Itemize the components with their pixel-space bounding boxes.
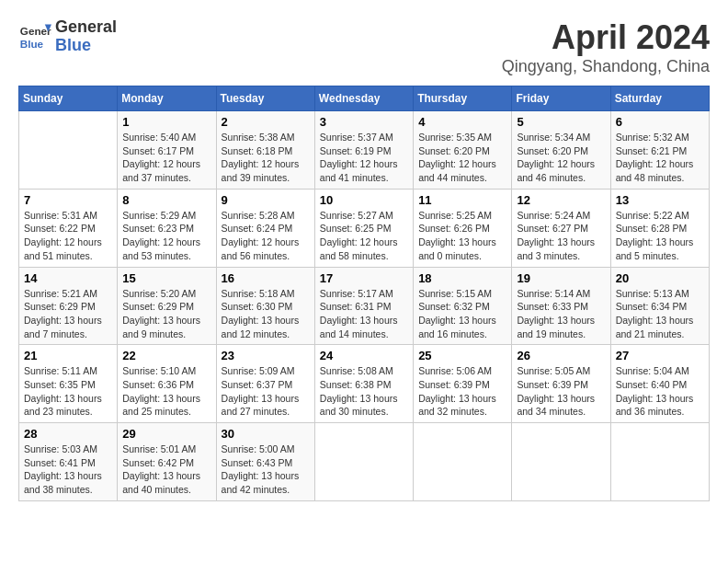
day-number: 22 [122,349,210,362]
calendar-cell: 18Sunrise: 5:15 AMSunset: 6:32 PMDayligh… [414,267,512,345]
weekday-header-thursday: Thursday [414,86,512,111]
calendar-cell: 20Sunrise: 5:13 AMSunset: 6:34 PMDayligh… [610,267,709,345]
day-number: 10 [320,193,408,207]
day-number: 28 [24,427,112,441]
title-area: April 2024 Qingyang, Shandong, China [502,18,710,76]
day-number: 5 [517,115,605,129]
day-info: Sunrise: 5:04 AMSunset: 6:40 PMDaylight:… [616,364,704,419]
calendar-week-1: 7Sunrise: 5:31 AMSunset: 6:22 PMDaylight… [19,189,710,267]
day-info: Sunrise: 5:28 AMSunset: 6:24 PMDaylight:… [222,209,310,263]
day-number: 23 [222,349,310,362]
calendar-cell: 17Sunrise: 5:17 AMSunset: 6:31 PMDayligh… [314,267,413,345]
calendar-cell: 4Sunrise: 5:35 AMSunset: 6:20 PMDaylight… [414,111,512,190]
logo: General Blue General Blue [18,18,117,55]
calendar-cell: 11Sunrise: 5:25 AMSunset: 6:26 PMDayligh… [414,189,512,267]
calendar-cell [19,111,118,190]
day-info: Sunrise: 5:35 AMSunset: 6:20 PMDaylight:… [418,131,506,185]
day-number: 16 [222,271,310,285]
day-info: Sunrise: 5:05 AMSunset: 6:39 PMDaylight:… [517,364,605,419]
day-number: 12 [517,193,605,207]
calendar-cell: 29Sunrise: 5:01 AMSunset: 6:42 PMDayligh… [118,423,216,501]
calendar-cell: 13Sunrise: 5:22 AMSunset: 6:28 PMDayligh… [610,189,709,267]
calendar-week-2: 14Sunrise: 5:21 AMSunset: 6:29 PMDayligh… [19,267,710,345]
day-info: Sunrise: 5:00 AMSunset: 6:43 PMDaylight:… [222,442,310,497]
calendar-cell: 15Sunrise: 5:20 AMSunset: 6:29 PMDayligh… [118,267,216,345]
day-info: Sunrise: 5:06 AMSunset: 6:39 PMDaylight:… [418,364,506,419]
calendar-cell: 14Sunrise: 5:21 AMSunset: 6:29 PMDayligh… [19,267,118,345]
weekday-header-saturday: Saturday [610,86,709,111]
day-info: Sunrise: 5:01 AMSunset: 6:42 PMDaylight:… [122,442,210,497]
svg-text:Blue: Blue [20,37,44,49]
calendar-cell: 8Sunrise: 5:29 AMSunset: 6:23 PMDaylight… [118,189,216,267]
weekday-header-wednesday: Wednesday [314,86,413,111]
day-number: 14 [24,271,112,285]
calendar-table: SundayMondayTuesdayWednesdayThursdayFrid… [18,86,710,501]
day-number: 27 [616,349,704,362]
day-info: Sunrise: 5:37 AMSunset: 6:19 PMDaylight:… [320,131,408,185]
day-number: 1 [122,115,210,129]
calendar-cell [512,423,610,501]
day-info: Sunrise: 5:11 AMSunset: 6:35 PMDaylight:… [24,364,112,419]
day-number: 25 [418,349,506,362]
calendar-cell: 24Sunrise: 5:08 AMSunset: 6:38 PMDayligh… [314,345,413,423]
calendar-cell: 12Sunrise: 5:24 AMSunset: 6:27 PMDayligh… [512,189,610,267]
day-info: Sunrise: 5:31 AMSunset: 6:22 PMDaylight:… [24,209,112,263]
calendar-cell: 30Sunrise: 5:00 AMSunset: 6:43 PMDayligh… [216,423,314,501]
calendar-cell: 7Sunrise: 5:31 AMSunset: 6:22 PMDaylight… [19,189,118,267]
calendar-week-3: 21Sunrise: 5:11 AMSunset: 6:35 PMDayligh… [19,345,710,423]
day-number: 21 [24,349,112,362]
calendar-cell: 2Sunrise: 5:38 AMSunset: 6:18 PMDaylight… [216,111,314,190]
day-info: Sunrise: 5:15 AMSunset: 6:32 PMDaylight:… [418,287,506,341]
day-info: Sunrise: 5:09 AMSunset: 6:37 PMDaylight:… [222,364,310,419]
calendar-cell: 22Sunrise: 5:10 AMSunset: 6:36 PMDayligh… [118,345,216,423]
day-number: 3 [320,115,408,129]
calendar-week-0: 1Sunrise: 5:40 AMSunset: 6:17 PMDaylight… [19,111,710,190]
day-number: 6 [616,115,704,129]
day-info: Sunrise: 5:27 AMSunset: 6:25 PMDaylight:… [320,209,408,263]
day-number: 29 [122,427,210,441]
day-info: Sunrise: 5:20 AMSunset: 6:29 PMDaylight:… [122,287,210,341]
calendar-cell: 16Sunrise: 5:18 AMSunset: 6:30 PMDayligh… [216,267,314,345]
day-info: Sunrise: 5:38 AMSunset: 6:18 PMDaylight:… [222,131,310,185]
day-number: 8 [122,193,210,207]
day-number: 11 [418,193,506,207]
calendar-cell: 21Sunrise: 5:11 AMSunset: 6:35 PMDayligh… [19,345,118,423]
day-number: 18 [418,271,506,285]
day-info: Sunrise: 5:24 AMSunset: 6:27 PMDaylight:… [517,209,605,263]
day-number: 7 [24,193,112,207]
day-info: Sunrise: 5:10 AMSunset: 6:36 PMDaylight:… [122,364,210,419]
calendar-cell: 27Sunrise: 5:04 AMSunset: 6:40 PMDayligh… [610,345,709,423]
calendar-cell: 3Sunrise: 5:37 AMSunset: 6:19 PMDaylight… [314,111,413,190]
calendar-cell: 9Sunrise: 5:28 AMSunset: 6:24 PMDaylight… [216,189,314,267]
calendar-cell: 10Sunrise: 5:27 AMSunset: 6:25 PMDayligh… [314,189,413,267]
weekday-header-sunday: Sunday [19,86,118,111]
day-number: 26 [517,349,605,362]
calendar-cell: 5Sunrise: 5:34 AMSunset: 6:20 PMDaylight… [512,111,610,190]
day-info: Sunrise: 5:18 AMSunset: 6:30 PMDaylight:… [222,287,310,341]
calendar-cell [414,423,512,501]
calendar-cell: 6Sunrise: 5:32 AMSunset: 6:21 PMDaylight… [610,111,709,190]
day-number: 2 [222,115,310,129]
weekday-header-tuesday: Tuesday [216,86,314,111]
page-header: General Blue General Blue April 2024 Qin… [18,18,710,76]
day-number: 4 [418,115,506,129]
day-info: Sunrise: 5:32 AMSunset: 6:21 PMDaylight:… [616,131,704,185]
day-info: Sunrise: 5:13 AMSunset: 6:34 PMDaylight:… [616,287,704,341]
day-number: 24 [320,349,408,362]
day-number: 19 [517,271,605,285]
calendar-cell: 23Sunrise: 5:09 AMSunset: 6:37 PMDayligh… [216,345,314,423]
day-number: 30 [222,427,310,441]
day-info: Sunrise: 5:40 AMSunset: 6:17 PMDaylight:… [122,131,210,185]
logo-icon: General Blue [18,20,51,53]
weekday-header-monday: Monday [118,86,216,111]
calendar-cell: 26Sunrise: 5:05 AMSunset: 6:39 PMDayligh… [512,345,610,423]
page-title: April 2024 [502,18,710,57]
day-number: 17 [320,271,408,285]
day-number: 9 [222,193,310,207]
calendar-cell: 19Sunrise: 5:14 AMSunset: 6:33 PMDayligh… [512,267,610,345]
day-info: Sunrise: 5:25 AMSunset: 6:26 PMDaylight:… [418,209,506,263]
calendar-cell [610,423,709,501]
day-info: Sunrise: 5:22 AMSunset: 6:28 PMDaylight:… [616,209,704,263]
page-subtitle: Qingyang, Shandong, China [502,57,710,76]
calendar-cell: 28Sunrise: 5:03 AMSunset: 6:41 PMDayligh… [19,423,118,501]
